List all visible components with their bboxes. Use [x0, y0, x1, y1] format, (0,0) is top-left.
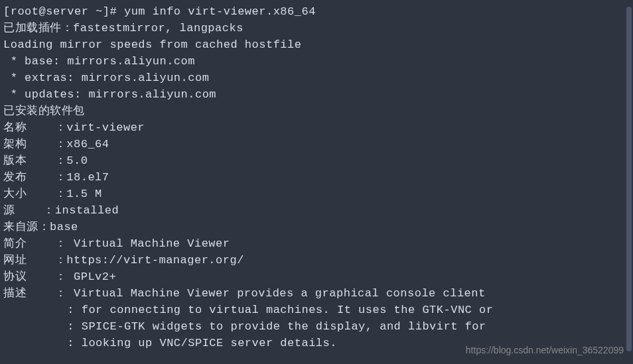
scrollbar[interactable] — [626, 7, 632, 351]
summary-label: 简介 ： — [3, 237, 74, 250]
arch-value: x86_64 — [66, 138, 109, 151]
summary-value: Virtual Machine Viewer — [74, 237, 230, 250]
url-label: 网址 ： — [3, 254, 66, 267]
output-mirror-base: * base: mirrors.aliyun.com — [3, 53, 630, 70]
output-desc1: 描述 ： Virtual Machine Viewer provides a g… — [3, 285, 630, 302]
url-value: https://virt-manager.org/ — [66, 254, 244, 267]
from-source-label: 来自源： — [3, 221, 50, 233]
version-value: 5.0 — [66, 154, 88, 167]
arch-label: 架构 ： — [3, 138, 66, 151]
prompt: [root@server ~]# — [3, 5, 124, 18]
source-label: 源 ： — [3, 204, 55, 217]
terminal-output[interactable]: [root@server ~]# yum info virt-viewer.x8… — [3, 3, 630, 361]
size-label: 大小 ： — [3, 188, 66, 200]
license-value: GPLv2+ — [74, 271, 116, 283]
desc-line3: SPICE-GTK widgets to provide the display… — [82, 320, 486, 333]
release-value: 18.el7 — [66, 171, 109, 184]
output-arch: 架构 ：x86_64 — [3, 136, 630, 152]
source-value: installed — [55, 204, 119, 217]
desc-line4: looking up VNC/SPICE server details. — [82, 337, 337, 349]
desc-line2: for connecting to virtual machines. It u… — [82, 304, 494, 316]
desc-cont4: : — [3, 337, 82, 349]
output-name: 名称 ：virt-viewer — [3, 119, 630, 136]
output-mirror-updates: * updates: mirrors.aliyun.com — [3, 86, 630, 103]
release-label: 发布 ： — [3, 171, 66, 184]
version-label: 版本 ： — [3, 154, 66, 167]
output-mirror-extras: * extras: mirrors.aliyun.com — [3, 70, 630, 86]
output-plugins: 已加载插件：fastestmirror, langpacks — [3, 20, 630, 36]
from-source-value: base — [50, 221, 78, 233]
size-value: 1.5 M — [66, 188, 102, 200]
output-desc3: : SPICE-GTK widgets to provide the displ… — [3, 318, 630, 335]
name-value: virt-viewer — [66, 121, 145, 134]
output-installed-header: 已安装的软件包 — [3, 103, 630, 119]
output-loading: Loading mirror speeds from cached hostfi… — [3, 36, 630, 53]
command: yum info virt-viewer.x86_64 — [124, 5, 316, 18]
output-source: 源 ：installed — [3, 202, 630, 219]
watermark: https://blog.csdn.net/weixin_36522099 — [466, 342, 624, 359]
output-license: 协议 ： GPLv2+ — [3, 269, 630, 285]
output-size: 大小 ：1.5 M — [3, 186, 630, 202]
name-label: 名称 ： — [3, 121, 66, 134]
desc-line1: Virtual Machine Viewer provides a graphi… — [74, 287, 486, 300]
output-summary: 简介 ： Virtual Machine Viewer — [3, 235, 630, 252]
output-desc2: : for connecting to virtual machines. It… — [3, 302, 630, 318]
output-release: 发布 ：18.el7 — [3, 169, 630, 186]
command-line: [root@server ~]# yum info virt-viewer.x8… — [3, 3, 630, 20]
desc-label: 描述 ： — [3, 287, 74, 300]
license-label: 协议 ： — [3, 271, 74, 283]
output-url: 网址 ：https://virt-manager.org/ — [3, 252, 630, 269]
output-version: 版本 ：5.0 — [3, 152, 630, 169]
output-from-source: 来自源：base — [3, 219, 630, 235]
desc-cont3: : — [3, 320, 82, 333]
desc-cont2: : — [3, 304, 82, 316]
